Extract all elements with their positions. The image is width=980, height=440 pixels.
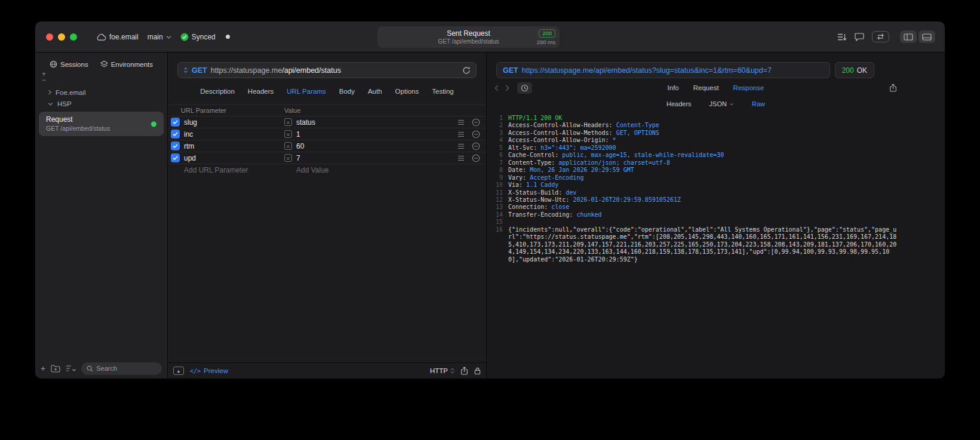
zoom-window-button[interactable] <box>70 33 77 41</box>
line-number: 7 <box>487 159 503 167</box>
tree-group-hsp[interactable]: HSP <box>35 98 167 109</box>
project-menu[interactable]: foe.email <box>96 33 139 41</box>
new-folder-icon[interactable] <box>51 365 60 373</box>
unsaved-indicator-dot <box>226 35 230 39</box>
drag-handle-icon[interactable] <box>453 119 469 125</box>
request-url-bar[interactable]: GET https://statuspage.me/api/embed/stat… <box>177 62 477 78</box>
tab-headers[interactable]: Headers <box>248 88 274 95</box>
response-line: 15 <box>487 219 945 226</box>
tab-body[interactable]: Body <box>339 88 355 95</box>
param-row: rtm = 60 <box>168 140 486 152</box>
swap-arrows-icon[interactable] <box>872 31 889 42</box>
line-number: 16 <box>487 226 503 263</box>
export-icon[interactable] <box>460 367 468 376</box>
tab-testing[interactable]: Testing <box>432 88 453 95</box>
subtab-raw[interactable]: Raw <box>752 100 765 107</box>
chevron-down-icon <box>729 103 734 106</box>
remove-row-icon[interactable] <box>469 130 483 139</box>
share-icon[interactable] <box>889 84 897 93</box>
preview-button[interactable]: </> Preview <box>190 367 228 374</box>
tab-description[interactable]: Description <box>200 88 235 95</box>
remove-row-icon[interactable] <box>469 118 483 127</box>
response-url-readout[interactable]: GET https://statuspage.me/api/embed/stat… <box>496 62 830 78</box>
response-body-viewer[interactable]: 1HTTP/1.1 200 OK 2Access-Control-Allow-H… <box>487 110 945 379</box>
lock-icon[interactable] <box>474 367 481 375</box>
drag-handle-icon[interactable] <box>453 143 469 149</box>
subtab-json-label: JSON <box>709 100 727 107</box>
layout-bottom-icon[interactable] <box>918 30 935 43</box>
header-name: Connection: <box>508 204 551 211</box>
param-checkbox[interactable] <box>171 118 180 127</box>
remove-row-icon[interactable] <box>469 142 483 150</box>
duration-label: 280 ms <box>537 39 555 45</box>
param-name[interactable]: inc <box>184 130 284 139</box>
request-url-base[interactable]: https://statuspage.me <box>211 66 282 75</box>
param-value[interactable]: 60 <box>296 142 453 150</box>
header-name: Transfer-Encoding: <box>508 211 576 219</box>
line-number: 3 <box>487 130 503 137</box>
add-request-icon[interactable]: + <box>41 364 45 373</box>
param-value[interactable]: 1 <box>296 130 453 139</box>
tab-auth[interactable]: Auth <box>368 88 382 95</box>
tab-sessions[interactable]: Sessions <box>50 60 88 68</box>
chevron-right-icon[interactable] <box>48 90 51 95</box>
tab-request[interactable]: Request <box>693 84 719 91</box>
subtab-headers[interactable]: Headers <box>666 100 692 107</box>
tab-options[interactable]: Options <box>395 88 419 95</box>
subtab-json-dropdown[interactable]: JSON <box>709 100 734 107</box>
line-number: 6 <box>487 152 503 159</box>
protocol-selector[interactable]: HTTP <box>430 367 454 374</box>
param-value[interactable]: 7 <box>296 154 453 162</box>
tree-group-foe-email[interactable]: Foe.email <box>35 87 167 98</box>
param-name[interactable]: rtm <box>184 142 284 150</box>
remove-icon[interactable]: − <box>42 77 46 83</box>
param-value[interactable]: status <box>296 118 453 127</box>
toolbar <box>837 21 935 52</box>
column-header-value: Value <box>284 107 453 114</box>
sent-request-summary[interactable]: Sent Request GET /api/embed/status 200 2… <box>377 26 560 48</box>
add-value-placeholder[interactable]: Add Value <box>296 166 453 174</box>
response-line: 10Via: 1.1 Caddy <box>487 181 945 189</box>
status-line: HTTP/1.1 200 OK <box>508 115 562 122</box>
drag-handle-icon[interactable] <box>453 131 469 137</box>
tab-environments[interactable]: Environments <box>100 60 153 68</box>
branch-menu[interactable]: main <box>148 33 171 41</box>
titlebar: foe.email main Synced Sent Request GET /… <box>35 21 945 53</box>
param-checkbox[interactable] <box>171 130 180 139</box>
add-param-placeholder[interactable]: Add URL Parameter <box>184 166 284 174</box>
param-name[interactable]: upd <box>184 154 284 162</box>
response-status-code: 200 <box>842 66 854 75</box>
sort-list-icon[interactable] <box>66 365 76 372</box>
chevron-down-icon[interactable] <box>48 102 53 106</box>
resend-request-icon[interactable] <box>462 66 471 75</box>
response-line: 2Access-Control-Allow-Headers: Content-T… <box>487 122 945 129</box>
panel-expand-icon[interactable]: ▲ <box>173 367 184 375</box>
layout-columns-icon[interactable] <box>900 30 917 43</box>
param-name[interactable]: slug <box>184 118 284 127</box>
sync-status[interactable]: Synced <box>180 33 216 41</box>
status-badge: 200 <box>539 29 555 38</box>
sort-lines-icon[interactable] <box>837 33 847 41</box>
header-name: Access-Control-Allow-Headers: <box>508 122 616 129</box>
header-value: h3=":443"; ma=2592000 <box>540 144 616 152</box>
minimize-window-button[interactable] <box>58 33 65 41</box>
method-selector-icon[interactable] <box>183 67 188 73</box>
request-list-item-selected[interactable]: Request GET /api/embed/status <box>39 112 164 136</box>
request-url-path[interactable]: /api/embed/status <box>282 66 341 75</box>
tab-url-params[interactable]: URL Params <box>287 88 325 95</box>
comments-icon[interactable] <box>855 33 864 41</box>
drag-handle-icon[interactable] <box>453 155 469 161</box>
response-line: 12X-Status-Now-Utc: 2026-01-26T20:29:59.… <box>487 196 945 204</box>
remove-row-icon[interactable] <box>469 154 483 162</box>
param-checkbox[interactable] <box>171 141 180 150</box>
close-window-button[interactable] <box>46 33 53 41</box>
response-line: 3Access-Control-Allow-Methods: GET, OPTI… <box>487 130 945 137</box>
response-status-text: OK <box>857 66 867 75</box>
tab-info[interactable]: Info <box>668 84 679 91</box>
request-method[interactable]: GET <box>192 66 207 75</box>
search-input[interactable]: Search <box>81 362 162 375</box>
param-checkbox[interactable] <box>171 153 180 162</box>
tab-response[interactable]: Response <box>733 84 764 91</box>
url-params-table: URL Parameter Value slug = status inc <box>168 104 486 176</box>
protocol-label: HTTP <box>430 367 448 374</box>
